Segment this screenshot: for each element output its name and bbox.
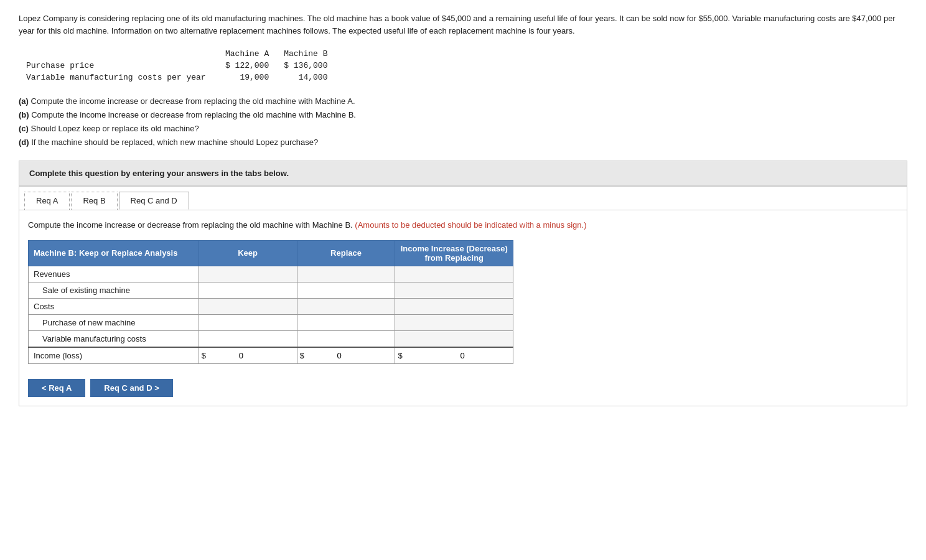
machine-a-header: Machine A	[218, 48, 276, 60]
table-row-income: Income (loss) $ $	[29, 347, 513, 364]
nav-buttons: < Req A Req C and D >	[19, 373, 907, 406]
purchase-replace-cell	[297, 314, 395, 330]
col-header-description: Machine B: Keep or Replace Analysis	[29, 240, 199, 266]
analysis-table: Machine B: Keep or Replace Analysis Keep…	[28, 240, 513, 364]
tabs-row: Req A Req B Req C and D	[19, 187, 907, 210]
costs-keep	[199, 298, 297, 314]
variable-replace-cell	[297, 330, 395, 347]
variable-keep-input[interactable]	[202, 334, 251, 343]
machine-a-variable-cost: 19,000	[218, 72, 276, 83]
sale-replace-input[interactable]	[300, 286, 350, 295]
col-header-replace: Replace	[297, 240, 395, 266]
machine-b-purchase-price: $ 136,000	[276, 60, 335, 72]
income-diff-cell: $	[395, 347, 513, 364]
revenues-keep	[199, 266, 297, 282]
prev-button[interactable]: < Req A	[28, 379, 85, 397]
sale-keep-cell	[199, 282, 297, 298]
tab-instruction: Compute the income increase or decrease …	[28, 219, 898, 231]
instruction-box: Complete this question by entering your …	[19, 161, 907, 186]
costs-label: Costs	[29, 298, 199, 314]
machine-data-table: Machine A Machine B Purchase price $ 122…	[19, 48, 335, 83]
sale-replace-cell	[297, 282, 395, 298]
tabs-container: Req A Req B Req C and D Compute the inco…	[19, 186, 907, 406]
intro-paragraph: Lopez Company is considering replacing o…	[19, 12, 907, 37]
purchase-label: Purchase of new machine	[29, 314, 199, 330]
machine-b-header: Machine B	[276, 48, 335, 60]
revenues-diff	[395, 266, 513, 282]
table-row-purchase: Purchase of new machine	[29, 314, 513, 330]
purchase-keep-input[interactable]	[202, 318, 251, 327]
variable-diff	[395, 330, 513, 347]
table-row-variable: Variable manufacturing costs	[29, 330, 513, 347]
sale-keep-input[interactable]	[202, 286, 251, 295]
tab-req-b[interactable]: Req B	[71, 192, 117, 210]
machine-a-purchase-price: $ 122,000	[218, 60, 276, 72]
income-keep-cell: $	[199, 347, 297, 364]
question-b: (b) Compute the income increase or decre…	[19, 108, 907, 122]
questions-section: (a) Compute the income increase or decre…	[19, 95, 907, 149]
variable-label: Variable manufacturing costs	[29, 330, 199, 347]
tab-content-req-b: Compute the income increase or decrease …	[19, 210, 907, 364]
income-keep-input[interactable]	[206, 351, 243, 360]
next-button[interactable]: Req C and D >	[90, 379, 173, 397]
variable-keep-cell	[199, 330, 297, 347]
revenues-label: Revenues	[29, 266, 199, 282]
table-row-revenues: Revenues	[29, 266, 513, 282]
income-diff-input[interactable]	[403, 351, 465, 360]
purchase-keep-cell	[199, 314, 297, 330]
tab-req-a[interactable]: Req A	[24, 192, 70, 210]
question-c: (c) Should Lopez keep or replace its old…	[19, 122, 907, 136]
purchase-diff	[395, 314, 513, 330]
purchase-price-label: Purchase price	[19, 60, 218, 72]
table-row-costs: Costs	[29, 298, 513, 314]
variable-cost-label: Variable manufacturing costs per year	[19, 72, 218, 83]
sale-label: Sale of existing machine	[29, 282, 199, 298]
col-header-income: Income Increase (Decrease) from Replacin…	[395, 240, 513, 266]
income-replace-cell: $	[297, 347, 395, 364]
income-replace-input[interactable]	[304, 351, 342, 360]
revenues-replace	[297, 266, 395, 282]
question-a: (a) Compute the income increase or decre…	[19, 95, 907, 108]
purchase-replace-input[interactable]	[300, 318, 350, 327]
machine-b-variable-cost: 14,000	[276, 72, 335, 83]
col-header-keep: Keep	[199, 240, 297, 266]
table-row-sale: Sale of existing machine	[29, 282, 513, 298]
costs-replace	[297, 298, 395, 314]
variable-replace-input[interactable]	[300, 334, 350, 343]
instruction-text: Complete this question by entering your …	[29, 169, 289, 178]
sale-diff	[395, 282, 513, 298]
question-d: (d) If the machine should be replaced, w…	[19, 136, 907, 149]
tab-req-c-d[interactable]: Req C and D	[119, 192, 189, 210]
costs-diff	[395, 298, 513, 314]
income-label: Income (loss)	[29, 347, 199, 364]
